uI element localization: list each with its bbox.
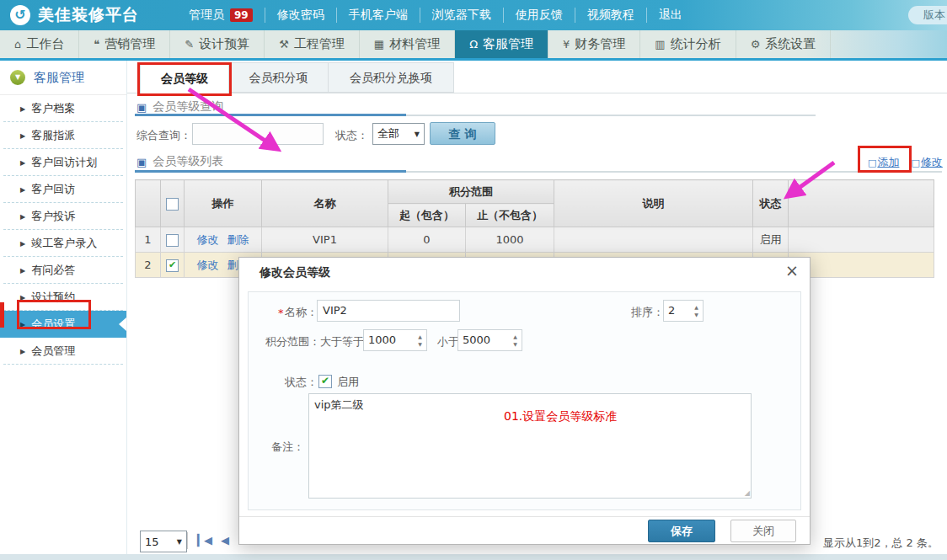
close-icon[interactable]: × [785,261,799,280]
logo-icon: ↺ [10,5,30,25]
edit-label: 修改 [921,156,943,168]
add-button[interactable]: □添加 [868,155,899,170]
step-up-icon[interactable]: ▲ [509,333,522,340]
row-delete-link[interactable]: 删除 [227,233,249,246]
menu-browser-download[interactable]: 浏览器下载 [420,8,503,23]
close-button[interactable]: 关闭 [730,520,796,542]
monitor-icon: ▣ [136,156,147,168]
menu-logout[interactable]: 退出 [646,8,694,23]
page-size-select[interactable]: 15 ▼ [140,531,187,552]
select-all-checkbox[interactable] [166,198,179,211]
step-down-icon[interactable]: ▼ [690,311,703,318]
bottom-strip [0,554,947,560]
sidebar-item-service-dispatch[interactable]: ▶客服指派 [3,122,123,149]
nav-label: 工程管理 [294,36,345,52]
col-range-from: 起（包含） [388,204,466,227]
row-status: 启用 [753,227,789,253]
step-down-icon[interactable]: ▼ [414,340,426,348]
sidebar-item-member-management[interactable]: ▶会员管理 [3,338,123,365]
chevron-down-icon: ▼ [177,538,182,546]
row-checkbox[interactable] [166,234,179,247]
home-icon: ⌂ [14,38,21,51]
sidebar-item-customer-callback[interactable]: ▶客户回访 [3,176,123,203]
row-checkbox-cell [161,227,185,253]
sidebar-item-label: 客户回访计划 [31,156,97,168]
gear-icon: ⚙ [751,38,761,51]
gte-label: 大于等于 [320,334,364,349]
range-from-stepper[interactable]: 1000 ▲▼ [363,329,427,351]
sidebar-section-customer-service[interactable]: ▼ 客服管理 [0,61,126,95]
section-title-text: 会员等级列表 [152,154,223,169]
collapse-icon: ▼ [10,70,25,85]
step-up-icon[interactable]: ▲ [414,333,426,340]
nav-label: 客服管理 [483,36,533,52]
sidebar-section-label: 客服管理 [34,70,84,86]
menu-mobile-client[interactable]: 手机客户端 [336,8,420,23]
step-up-icon[interactable]: ▲ [690,303,703,311]
nav-tab-statistics[interactable]: ▥ 统计分析 [640,30,736,58]
monitor-icon: ▣ [136,101,147,114]
add-label: 添加 [877,156,899,168]
nav-tab-customer-service[interactable]: Ω 客服管理 [455,30,548,58]
pagination-divider [187,532,188,549]
edit-button[interactable]: □修改 [911,155,942,170]
tab-member-level[interactable]: 会员等级 [140,62,229,94]
prev-page-icon[interactable]: ◀ [221,534,229,547]
nav-tab-project[interactable]: ⚒ 工程管理 [265,30,360,58]
caret-icon: ▶ [20,105,25,113]
chevron-down-icon: ▼ [415,131,420,138]
headset-icon: Ω [469,38,478,51]
first-page-icon[interactable]: ▎◀ [197,534,211,547]
step-down-icon[interactable]: ▼ [509,340,522,348]
row-operations: 修改 删除 [185,227,262,253]
menu-video-tutorial[interactable]: 视频教程 [575,8,646,23]
row-edit-link[interactable]: 修改 [196,259,218,271]
remark-text: vip第二级 [314,398,364,411]
edit-member-level-modal: 修改会员等级 × * 名称： VIP2 排序： 2 ▲▼ 积分范围： 大于等于 … [238,257,811,545]
enabled-checkbox[interactable]: ✔ [318,375,332,388]
section-underline [135,115,816,116]
nav-tab-finance[interactable]: ¥ 财务管理 [548,30,640,58]
sidebar-item-label: 客户档案 [31,102,75,115]
sidebar-item-design-appointment[interactable]: ▶设计预约 [3,284,123,311]
nav-tab-marketing[interactable]: ❝ 营销管理 [79,30,170,58]
nav-label: 材料管理 [389,36,440,52]
sidebar-item-completed-entry[interactable]: ▶竣工客户录入 [3,230,123,257]
menu-admin[interactable]: 管理员 99 [177,8,265,23]
sidebar-item-customer-files[interactable]: ▶客户档案 [3,95,123,122]
keyword-input[interactable] [192,123,324,145]
row-edit-link[interactable]: 修改 [196,233,218,246]
tabs-divider [126,93,947,93]
nav-tab-design-budget[interactable]: ✎ 设计预算 [170,30,265,58]
points-range-label: 积分范围： [265,334,320,349]
tab-member-points[interactable]: 会员积分项 [228,62,329,93]
menu-feedback[interactable]: 使用反馈 [503,8,575,23]
section-underline [135,171,942,173]
col-status: 状态 [753,180,789,227]
version-button[interactable]: 版本 [908,6,947,24]
edit-icon: ✎ [185,38,194,51]
notification-badge[interactable]: 99 [230,8,253,22]
save-button[interactable]: 保存 [648,520,715,542]
tab-points-exchange[interactable]: 会员积分兑换项 [328,62,454,93]
menu-change-password[interactable]: 修改密码 [265,8,336,23]
status-select[interactable]: 全部 ▼ [372,123,425,145]
row-range-from: 0 [388,227,466,253]
resize-grip-icon[interactable]: ◢ [745,489,750,497]
search-button[interactable]: 查 询 [430,122,495,145]
range-to-stepper[interactable]: 5000 ▲▼ [457,329,522,351]
sidebar-item-callback-plan[interactable]: ▶客户回访计划 [3,149,123,176]
nav-tab-workbench[interactable]: ⌂ 工作台 [0,30,79,58]
row-range-to: 1000 [466,227,554,253]
sidebar-item-complaints[interactable]: ▶客户投诉 [3,203,123,230]
sidebar-item-member-settings[interactable]: ▶会员设置 [0,311,126,338]
row-checkbox[interactable]: ✔ [166,259,179,272]
nav-label: 工作台 [26,36,64,52]
nav-tab-materials[interactable]: ▦ 材料管理 [360,30,455,58]
sidebar-item-qa[interactable]: ▶有问必答 [3,257,123,284]
sort-stepper[interactable]: 2 ▲▼ [663,300,704,322]
sidebar: ▼ 客服管理 ▶客户档案 ▶客服指派 ▶客户回访计划 ▶客户回访 ▶客户投诉 ▶… [0,61,127,554]
active-notch [119,317,126,331]
name-field[interactable]: VIP2 [317,300,460,322]
nav-tab-system-settings[interactable]: ⚙ 系统设置 [736,30,832,58]
